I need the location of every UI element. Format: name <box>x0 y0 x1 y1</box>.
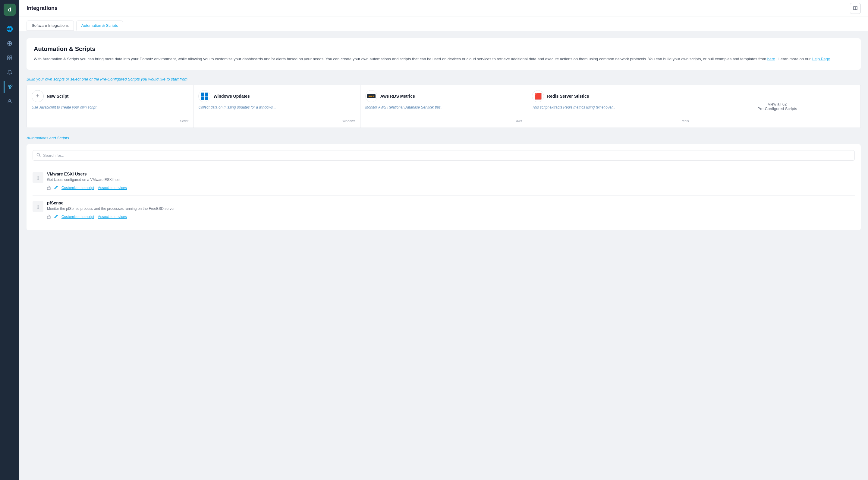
new-script-tag: Script <box>32 119 188 123</box>
svg-point-10 <box>9 87 11 89</box>
svg-rect-7 <box>10 58 12 60</box>
vmware-header: {} VMware ESXi Users Get Users configure… <box>33 172 855 183</box>
info-card-description: With Automation & Scripts you can bring … <box>34 56 854 62</box>
pfsense-associate-link[interactable]: Associate devices <box>98 215 127 219</box>
view-all-scripts[interactable]: View all 62Pre-Configured Scripts <box>694 85 861 127</box>
script-card-new[interactable]: + New Script Use JavaScript to create yo… <box>27 85 193 127</box>
vmware-associate-link[interactable]: Associate devices <box>98 186 127 190</box>
search-icon <box>36 153 41 158</box>
redis-script-desc: This script extracts Redis metrics using… <box>532 105 689 117</box>
script-card-aws[interactable]: aws Aws RDS Metrics Monitor AWS Relation… <box>361 85 527 127</box>
svg-rect-4 <box>7 56 9 58</box>
sidebar-logo[interactable]: d <box>4 4 16 16</box>
content-area: Automation & Scripts With Automation & S… <box>19 31 868 480</box>
script-card-new-header: + New Script <box>32 90 188 102</box>
aws-icon: aws <box>365 90 377 102</box>
sidebar-item-globe[interactable]: 🌐 <box>4 23 16 35</box>
pfsense-lock-icon <box>47 214 51 219</box>
vmware-edit-icon <box>54 186 58 190</box>
help-page-link[interactable]: Help Page <box>812 57 830 61</box>
pfsense-customize-link[interactable]: Customize the script <box>61 215 94 219</box>
tab-bar: Software Integrations Automation & Scrip… <box>19 17 868 31</box>
vmware-actions: Customize the script Associate devices <box>47 185 855 190</box>
windows-icon <box>198 90 210 102</box>
pfsense-name: pfSense <box>47 201 855 205</box>
windows-script-title: Windows Updates <box>213 94 250 98</box>
sidebar-item-integrations[interactable] <box>4 81 16 93</box>
new-script-icon: + <box>32 90 44 102</box>
search-input[interactable] <box>43 153 851 158</box>
sidebar: d 🌐 <box>0 0 19 480</box>
windows-script-desc: Collect data on missing updates for a wi… <box>198 105 355 117</box>
script-card-windows-header: Windows Updates <box>198 90 355 102</box>
windows-script-tag: windows <box>198 119 355 123</box>
list-item-vmware: {} VMware ESXi Users Get Users configure… <box>33 167 855 196</box>
new-script-desc: Use JavaScript to create your own script <box>32 105 188 117</box>
script-card-redis-header: 🟥 Redis Server Stistics <box>532 90 689 102</box>
vmware-name: VMware ESXi Users <box>47 172 855 176</box>
sidebar-item-user[interactable] <box>4 95 16 107</box>
scripts-section-label: Build your own scripts or select one of … <box>27 77 861 82</box>
here-link[interactable]: here <box>767 57 775 61</box>
pfsense-header: {} pfSense Monitor the pfSense process a… <box>33 201 855 212</box>
pfsense-edit-icon <box>54 215 58 219</box>
vmware-info: VMware ESXi Users Get Users configured o… <box>47 172 855 182</box>
aws-script-title: Aws RDS Metrics <box>380 94 415 98</box>
tab-software-integrations[interactable]: Software Integrations <box>27 21 74 31</box>
view-all-text: View all 62Pre-Configured Scripts <box>757 102 797 111</box>
redis-icon: 🟥 <box>532 90 544 102</box>
pfsense-actions: Customize the script Associate devices <box>47 214 855 219</box>
topbar-actions <box>850 3 861 14</box>
svg-rect-17 <box>47 187 50 190</box>
script-card-windows[interactable]: Windows Updates Collect data on missing … <box>193 85 360 127</box>
svg-line-16 <box>39 156 41 157</box>
script-card-redis[interactable]: 🟥 Redis Server Stistics This script extr… <box>527 85 694 127</box>
list-item-pfsense: {} pfSense Monitor the pfSense process a… <box>33 196 855 224</box>
svg-rect-6 <box>7 58 9 60</box>
topbar: Integrations <box>19 0 868 17</box>
redis-script-tag: redis <box>532 119 689 123</box>
automations-section: {} VMware ESXi Users Get Users configure… <box>27 144 861 230</box>
new-script-title: New Script <box>47 94 68 98</box>
info-card-title: Automation & Scripts <box>34 46 854 53</box>
book-icon[interactable] <box>850 3 861 14</box>
pfsense-info: pfSense Monitor the pfSense process and … <box>47 201 855 211</box>
redis-script-title: Redis Server Stistics <box>547 94 589 98</box>
main-content: Integrations Software Integrations Autom… <box>19 0 868 480</box>
svg-rect-18 <box>47 216 50 218</box>
vmware-script-icon: {} <box>33 172 43 183</box>
vmware-lock-icon <box>47 185 51 190</box>
sidebar-item-grid[interactable] <box>4 37 16 50</box>
pfsense-script-icon: {} <box>33 201 43 212</box>
automations-section-label: Automations and Scripts <box>27 136 69 140</box>
aws-script-desc: Monitor AWS Relational Database Service:… <box>365 105 522 117</box>
sidebar-item-dashboard[interactable] <box>4 52 16 64</box>
aws-script-tag: aws <box>365 119 522 123</box>
vmware-customize-link[interactable]: Customize the script <box>61 186 94 190</box>
svg-point-14 <box>9 99 10 101</box>
vmware-desc: Get Users configured on a VMware ESXi ho… <box>47 178 855 182</box>
tab-automation-scripts[interactable]: Automation & Scripts <box>76 21 123 31</box>
pfsense-desc: Monitor the pfSense process and the proc… <box>47 207 855 211</box>
page-title: Integrations <box>27 5 58 11</box>
sidebar-item-bell[interactable] <box>4 66 16 79</box>
info-card: Automation & Scripts With Automation & S… <box>27 38 861 70</box>
script-card-aws-header: aws Aws RDS Metrics <box>365 90 522 102</box>
svg-rect-5 <box>10 56 12 58</box>
search-bar <box>33 150 855 161</box>
script-cards-row: + New Script Use JavaScript to create yo… <box>27 85 861 128</box>
